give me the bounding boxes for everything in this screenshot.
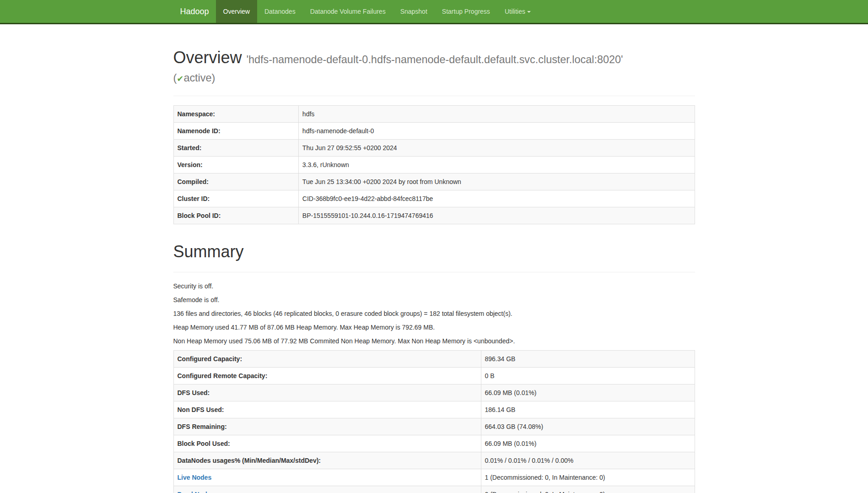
row-label: Configured Capacity: <box>173 350 481 367</box>
row-value: 186.14 GB <box>481 401 695 418</box>
main-content: Overview 'hdfs-namenode-default-0.hdfs-n… <box>167 49 702 493</box>
row-label: Version: <box>173 157 298 173</box>
row-value: Tue Jun 25 13:34:00 +0200 2024 by root f… <box>298 173 695 190</box>
summary-table-wrap: Configured Capacity: 896.34 GB Configure… <box>173 350 695 493</box>
table-row: DataNodes usages% (Min/Median/Max/stdDev… <box>173 452 695 469</box>
safemode-status: Safemode is off. <box>173 295 695 304</box>
row-value: 66.09 MB (0.01%) <box>481 435 695 452</box>
row-value: 66.09 MB (0.01%) <box>481 384 695 401</box>
nav-item-datanode-volume-failures[interactable]: Datanode Volume Failures <box>303 0 393 23</box>
row-value: 896.34 GB <box>481 350 695 367</box>
table-row: Namespace: hdfs <box>173 106 695 123</box>
row-value: 3.3.6, rUnknown <box>298 157 695 173</box>
row-label: DataNodes usages% (Min/Median/Max/stdDev… <box>173 452 481 469</box>
row-value: hdfs-namenode-default-0 <box>298 123 695 140</box>
row-value: hdfs <box>298 106 695 123</box>
top-navbar: Hadoop Overview Datanodes Datanode Volum… <box>0 0 868 24</box>
row-label: Cluster ID: <box>173 190 298 207</box>
namenode-info-table: Namespace: hdfs Namenode ID: hdfs-nameno… <box>173 105 695 224</box>
table-row: DFS Remaining: 664.03 GB (74.08%) <box>173 418 695 435</box>
row-label: Block Pool Used: <box>173 435 481 452</box>
table-row: Non DFS Used: 186.14 GB <box>173 401 695 418</box>
hadoop-brand[interactable]: Hadoop <box>173 0 216 23</box>
nav-item-startup-progress-link[interactable]: Startup Progress <box>435 0 497 23</box>
row-label: DFS Remaining: <box>173 418 481 435</box>
row-value: 0 (Decommissioned: 0, In Maintenance: 0) <box>481 486 695 493</box>
summary-header: Summary <box>173 243 695 272</box>
table-row: Live Nodes 1 (Decommissioned: 0, In Main… <box>173 469 695 486</box>
row-value: BP-1515559101-10.244.0.16-1719474769416 <box>298 207 695 224</box>
row-label: Non DFS Used: <box>173 401 481 418</box>
summary-title: Summary <box>173 243 695 261</box>
row-value: 0.01% / 0.01% / 0.01% / 0.00% <box>481 452 695 469</box>
nav-item-datanode-volume-failures-link[interactable]: Datanode Volume Failures <box>303 0 393 23</box>
page-title: Overview 'hdfs-namenode-default-0.hdfs-n… <box>173 49 695 85</box>
row-value: 1 (Decommissioned: 0, In Maintenance: 0) <box>481 469 695 486</box>
row-value: 0 B <box>481 367 695 384</box>
row-label: Live Nodes <box>173 469 481 486</box>
non-heap-memory-status: Non Heap Memory used 75.06 MB of 77.92 M… <box>173 336 695 346</box>
nav-item-overview[interactable]: Overview <box>216 0 257 23</box>
table-row: Version: 3.3.6, rUnknown <box>173 157 695 173</box>
row-label: Configured Remote Capacity: <box>173 367 481 384</box>
table-row: Cluster ID: CID-368b9fc0-ee19-4d22-abbd-… <box>173 190 695 207</box>
nav-item-utilities-link[interactable]: Utilities <box>497 0 538 23</box>
overview-title-text: Overview <box>173 48 242 67</box>
nav-item-datanodes[interactable]: Datanodes <box>257 0 303 23</box>
row-label: Block Pool ID: <box>173 207 298 224</box>
table-row: DFS Used: 66.09 MB (0.01%) <box>173 384 695 401</box>
row-label: Compiled: <box>173 173 298 190</box>
row-label: Namenode ID: <box>173 123 298 140</box>
overview-header: Overview 'hdfs-namenode-default-0.hdfs-n… <box>173 49 695 96</box>
row-value: Thu Jun 27 09:52:55 +0200 2024 <box>298 140 695 157</box>
table-row: Block Pool ID: BP-1515559101-10.244.0.16… <box>173 207 695 224</box>
namenode-address: 'hdfs-namenode-default-0.hdfs-namenode-d… <box>247 54 623 65</box>
row-value: 664.03 GB (74.08%) <box>481 418 695 435</box>
table-row: Configured Capacity: 896.34 GB <box>173 350 695 367</box>
nav-item-datanodes-link[interactable]: Datanodes <box>257 0 303 23</box>
namenode-state: (✔active) <box>173 72 216 84</box>
heap-memory-status: Heap Memory used 41.77 MB of 87.06 MB He… <box>173 323 695 332</box>
table-row: Namenode ID: hdfs-namenode-default-0 <box>173 123 695 140</box>
nav-item-utilities[interactable]: Utilities <box>497 0 538 23</box>
row-label: Started: <box>173 140 298 157</box>
live-nodes-link[interactable]: Live Nodes <box>178 474 212 481</box>
dead-nodes-link[interactable]: Dead Nodes <box>178 491 215 493</box>
security-status: Security is off. <box>173 282 695 291</box>
nav-item-snapshot[interactable]: Snapshot <box>393 0 435 23</box>
table-row: Dead Nodes 0 (Decommissioned: 0, In Main… <box>173 486 695 493</box>
table-row: Started: Thu Jun 27 09:52:55 +0200 2024 <box>173 140 695 157</box>
row-label: Dead Nodes <box>173 486 481 493</box>
nav-item-overview-link[interactable]: Overview <box>216 0 257 23</box>
nav-item-snapshot-link[interactable]: Snapshot <box>393 0 435 23</box>
caret-down-icon <box>527 11 531 13</box>
active-check-icon: ✔ <box>177 74 183 83</box>
filesystem-objects-status: 136 files and directories, 46 blocks (46… <box>173 309 695 318</box>
summary-text: Security is off. Safemode is off. 136 fi… <box>173 282 695 346</box>
table-row: Compiled: Tue Jun 25 13:34:00 +0200 2024… <box>173 173 695 190</box>
row-label: DFS Used: <box>173 384 481 401</box>
row-label: Namespace: <box>173 106 298 123</box>
table-row: Configured Remote Capacity: 0 B <box>173 367 695 384</box>
navbar-menu: Overview Datanodes Datanode Volume Failu… <box>216 0 538 23</box>
row-value: CID-368b9fc0-ee19-4d22-abbd-84fcec8117be <box>298 190 695 207</box>
nav-item-startup-progress[interactable]: Startup Progress <box>435 0 497 23</box>
summary-table: Configured Capacity: 896.34 GB Configure… <box>173 350 695 493</box>
table-row: Block Pool Used: 66.09 MB (0.01%) <box>173 435 695 452</box>
